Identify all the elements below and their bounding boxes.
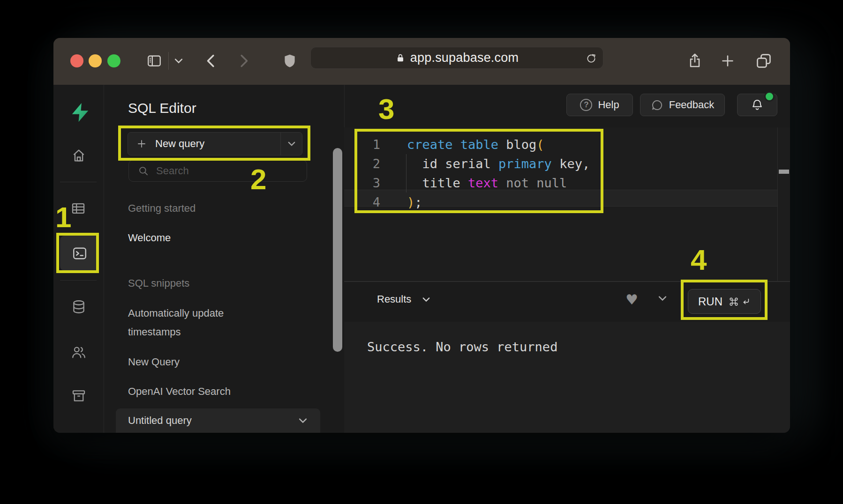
bell-icon (751, 98, 764, 112)
sidebar-scrollbar[interactable] (333, 148, 342, 352)
snippet-search[interactable] (128, 160, 307, 182)
status-message: Success. No rows returned (367, 340, 557, 354)
chevron-down-icon (422, 296, 431, 303)
favorite-heart-icon[interactable]: ♥ (625, 291, 638, 308)
notification-badge (764, 91, 775, 102)
annotation-number-2: 2 (250, 163, 266, 196)
sidebar-item-auto-timestamps[interactable]: Automatically update timestamps (128, 304, 255, 341)
database-icon[interactable] (71, 299, 87, 317)
browser-toolbar: app.supabase.com (53, 38, 790, 85)
auth-users-icon[interactable] (71, 344, 87, 362)
screenshot-stage: app.supabase.com (0, 0, 843, 504)
sidebar-item-openai-vector-search[interactable]: OpenAI Vector Search (128, 385, 231, 398)
url-text: app.supabase.com (410, 51, 519, 65)
results-dropdown[interactable]: Results (377, 293, 431, 305)
run-options-chevron-icon[interactable] (657, 295, 668, 304)
annotation-box-1 (56, 233, 99, 273)
sidebar-item-untitled-query[interactable]: Untitled query (116, 408, 320, 433)
chevron-down-icon[interactable] (298, 417, 308, 424)
lock-icon (395, 52, 406, 64)
browser-window: app.supabase.com (53, 38, 790, 433)
section-getting-started: Getting started (128, 202, 196, 215)
tab-overview-icon[interactable] (755, 52, 773, 70)
rail-divider (60, 280, 97, 281)
annotation-number-1: 1 (55, 200, 71, 234)
help-label: Help (598, 99, 619, 111)
annotation-number-3: 3 (378, 92, 394, 126)
results-label: Results (377, 293, 411, 305)
privacy-shield-icon[interactable] (282, 52, 298, 70)
feedback-button[interactable]: Feedback (640, 94, 725, 116)
sidebar-item-new-query[interactable]: New Query (128, 356, 180, 368)
supabase-logo-icon[interactable] (69, 102, 91, 125)
feedback-bubble-icon (651, 99, 663, 111)
new-tab-icon[interactable] (719, 52, 736, 70)
address-bar[interactable]: app.supabase.com (310, 47, 603, 69)
reload-icon[interactable] (585, 52, 597, 65)
annotation-box-4 (681, 280, 768, 320)
forward-icon[interactable] (237, 52, 250, 69)
minimize-window-button[interactable] (89, 54, 102, 67)
home-icon[interactable] (71, 148, 87, 165)
zoom-window-button[interactable] (107, 54, 120, 67)
help-icon: ? (580, 99, 592, 111)
tab-group-chevron-icon[interactable] (173, 57, 184, 65)
share-icon[interactable] (686, 51, 703, 71)
table-editor-icon[interactable] (70, 200, 86, 218)
section-sql-snippets: SQL snippets (128, 277, 189, 289)
toolbar-separator (168, 52, 169, 70)
feedback-label: Feedback (669, 99, 715, 111)
untitled-query-label: Untitled query (128, 415, 192, 427)
sidebar-toggle-icon[interactable] (145, 52, 163, 69)
back-icon[interactable] (204, 52, 218, 69)
page-title: SQL Editor (128, 100, 196, 116)
annotation-box-2 (118, 126, 310, 161)
search-icon (137, 165, 150, 177)
sidebar-item-welcome[interactable]: Welcome (128, 232, 171, 244)
rail-divider (60, 182, 97, 182)
supabase-app: SQL Editor ? Help Feedback (53, 85, 790, 433)
annotation-number-4: 4 (691, 243, 707, 276)
results-output: Success. No rows returned (344, 322, 790, 433)
close-window-button[interactable] (70, 54, 83, 67)
help-button[interactable]: ? Help (566, 94, 633, 116)
storage-icon[interactable] (71, 388, 87, 406)
annotation-box-3 (354, 129, 603, 213)
